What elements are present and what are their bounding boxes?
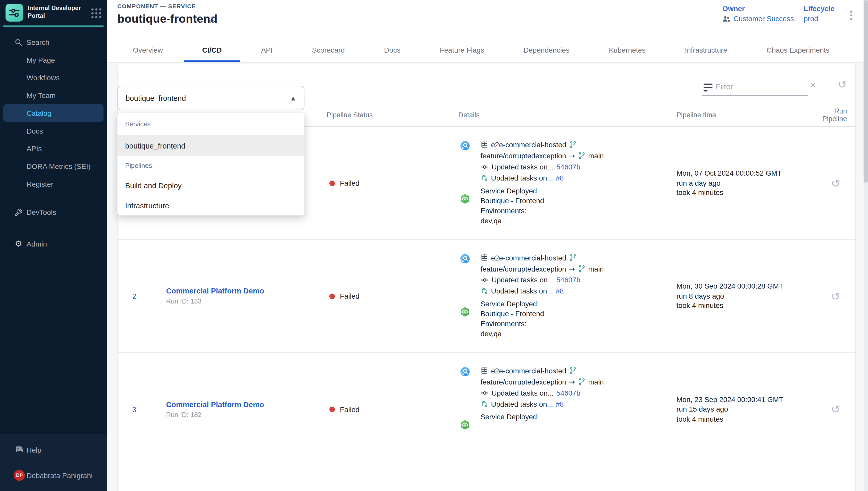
- rerun-pipeline-icon[interactable]: ↺: [831, 403, 840, 416]
- pipeline-time-cell: Mon, 30 Sep 2024 00:00:28 GMTrun 8 days …: [677, 240, 815, 352]
- tab-infrastructure[interactable]: Infrastructure: [681, 46, 732, 62]
- dropdown-group-pipelines: Pipelines: [117, 156, 304, 176]
- user-name: Debabrata Panigrahi: [27, 471, 93, 480]
- source-branch: feature/corruptedexception: [480, 151, 566, 160]
- rerun-pipeline-icon[interactable]: ↺: [831, 176, 840, 190]
- tab-scorecard[interactable]: Scorecard: [308, 46, 348, 62]
- dropdown-option-infrastructure[interactable]: Infrastructure: [117, 196, 304, 215]
- pipeline-status-cell: Failed: [327, 240, 458, 352]
- scrollbar-thumb[interactable]: [864, 0, 868, 183]
- commit-link[interactable]: 54607b: [556, 163, 580, 171]
- deploy-info-line: Boutique - Frontend: [480, 309, 544, 318]
- tab-cicd[interactable]: CI/CD: [198, 46, 225, 62]
- search-icon: [14, 37, 24, 47]
- dropdown-option-boutique-frontend[interactable]: boutique_frontend: [117, 136, 304, 155]
- source-branch: feature/corruptedexception: [480, 265, 566, 273]
- entity-tabs: Overview CI/CD API Scorecard Docs Featur…: [129, 46, 833, 62]
- svg-text:?: ?: [17, 447, 19, 451]
- pull-request-icon: [480, 400, 488, 408]
- col-details: Details: [459, 111, 677, 119]
- gear-icon: ⚙: [14, 239, 24, 249]
- selected-service: boutique_frontend: [126, 94, 291, 102]
- pipeline-name-cell: Commercial Platform DemoRun ID: 182: [166, 353, 327, 466]
- sidebar-item-my-team[interactable]: My Team: [0, 86, 107, 104]
- pipeline-link[interactable]: Commercial Platform Demo: [166, 400, 327, 408]
- pr-message: Updated tasks on...: [491, 174, 553, 182]
- deploy-info-line: dev,qa: [480, 215, 544, 226]
- lifecycle-meta: Lifecycle prod: [804, 4, 835, 23]
- refresh-icon[interactable]: ↺: [838, 78, 847, 91]
- tab-chaos-experiments[interactable]: Chaos Experiments: [763, 46, 834, 62]
- sidebar-item-dora-metrics[interactable]: DORA Metrics (SEI): [0, 157, 107, 175]
- pr-link[interactable]: #8: [556, 400, 564, 408]
- tab-api[interactable]: API: [257, 46, 277, 62]
- tab-dependencies[interactable]: Dependencies: [520, 46, 574, 62]
- run-pipeline-cell: ↺: [815, 127, 857, 239]
- pr-message: Updated tasks on...: [491, 287, 553, 295]
- sidebar-item-docs[interactable]: Docs: [0, 122, 107, 140]
- repo-icon: [480, 141, 488, 148]
- app-switcher-icon[interactable]: [91, 8, 101, 18]
- app-title: Internal Developer Portal: [28, 4, 83, 19]
- tab-docs[interactable]: Docs: [380, 46, 404, 62]
- favorite-star-icon[interactable]: ☆: [208, 14, 216, 26]
- sidebar-footer: ? Help DP Debabrata Panigrahi: [0, 434, 107, 491]
- sidebar-item-admin[interactable]: ⚙ Admin: [0, 235, 107, 253]
- pipeline-link[interactable]: Commercial Platform Demo: [166, 287, 327, 295]
- sidebar-item-workflows[interactable]: Workflows: [0, 68, 107, 86]
- details-cell: e2e-commercial-hostedfeature/corruptedex…: [459, 353, 677, 466]
- pipeline-name-cell: Commercial Platform DemoRun ID: 183: [166, 240, 327, 352]
- help-button[interactable]: ? Help: [0, 441, 107, 459]
- filter-input[interactable]: [716, 79, 808, 94]
- user-menu[interactable]: DP Debabrata Panigrahi: [0, 466, 107, 484]
- run-duration: took 4 minutes: [677, 414, 815, 424]
- deploy-info-line: [480, 431, 539, 441]
- commit-link[interactable]: 54607b: [556, 276, 580, 284]
- more-options-icon[interactable]: [848, 9, 854, 21]
- git-branch-icon: [569, 367, 577, 374]
- app-logo-icon: [5, 4, 23, 22]
- filter-icon[interactable]: [704, 84, 712, 93]
- rerun-pipeline-icon[interactable]: ↺: [831, 289, 840, 303]
- run-date: Mon, 30 Sep 2024 00:00:28 GMT: [677, 282, 815, 291]
- owner-link[interactable]: Customer Success: [722, 15, 794, 23]
- service-pipeline-dropdown: Services boutique_frontend Pipelines Bui…: [117, 113, 304, 215]
- run-duration: took 4 minutes: [677, 188, 815, 198]
- pr-link[interactable]: #8: [556, 174, 564, 182]
- commit-message: Updated tasks on...: [492, 276, 554, 284]
- commit-message: Updated tasks on...: [492, 388, 554, 397]
- sidebar-item-devtools[interactable]: DevTools: [0, 203, 107, 221]
- commit-icon: [480, 388, 489, 397]
- run-ago: run 8 days ago: [677, 291, 815, 301]
- run-pipeline-cell: ↺: [815, 240, 857, 352]
- run-duration: took 4 minutes: [677, 301, 815, 311]
- ci-stage-icon: [460, 140, 471, 151]
- tab-overview[interactable]: Overview: [129, 46, 166, 62]
- target-branch: main: [588, 265, 604, 273]
- clear-filter-icon[interactable]: ×: [810, 79, 816, 92]
- deploy-info-line: [480, 422, 539, 432]
- owner-label: Owner: [722, 4, 794, 12]
- pipeline-time-cell: Mon, 07 Oct 2024 00:00:52 GMTrun a day a…: [677, 127, 815, 239]
- vertical-scrollbar: [864, 0, 868, 491]
- tab-kubernetes[interactable]: Kubernetes: [605, 46, 649, 62]
- sidebar-item-catalog[interactable]: Catalog: [3, 104, 103, 122]
- sidebar-item-apis[interactable]: APIs: [0, 140, 107, 157]
- service-pipeline-select[interactable]: boutique_frontend ▲: [117, 86, 304, 110]
- tab-feature-flags[interactable]: Feature Flags: [436, 46, 488, 62]
- pipeline-run-row: 2Commercial Platform DemoRun ID: 183Fail…: [118, 240, 856, 353]
- owner-meta: Owner Customer Success: [722, 4, 794, 23]
- chevron-up-icon: ▲: [291, 95, 295, 100]
- pr-link[interactable]: #8: [556, 287, 564, 295]
- pipeline-time-cell: Mon, 23 Sep 2024 00:00:41 GMTrun 15 days…: [677, 353, 815, 466]
- commit-link[interactable]: 54607b: [556, 388, 580, 397]
- page-title: boutique-frontend: [117, 12, 217, 26]
- sidebar-item-my-page[interactable]: My Page: [0, 51, 107, 69]
- dropdown-option-build-and-deploy[interactable]: Build and Deploy: [117, 176, 304, 196]
- run-ago: run a day ago: [677, 178, 815, 188]
- repo-icon: [480, 254, 488, 261]
- sidebar-item-register[interactable]: Register: [0, 175, 107, 193]
- status-failed-dot: [329, 407, 335, 412]
- sidebar-item-search[interactable]: Search: [0, 33, 107, 51]
- help-chat-icon: ?: [14, 445, 24, 455]
